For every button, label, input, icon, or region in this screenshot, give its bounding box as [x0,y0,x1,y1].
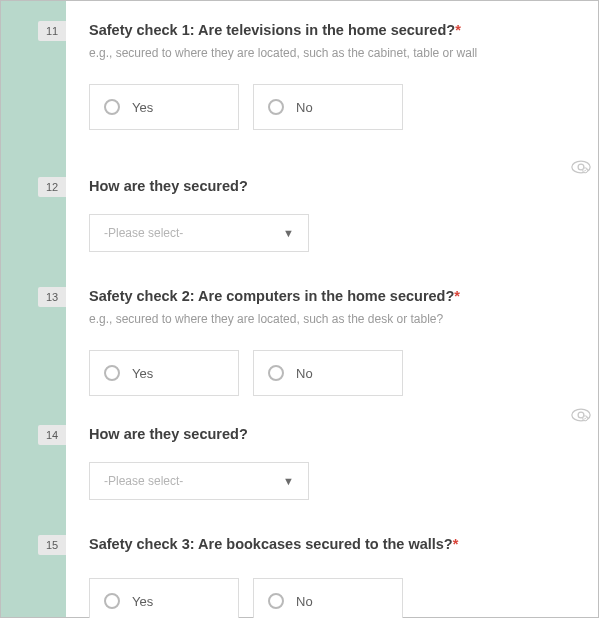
question-number-15: 15 [38,535,66,555]
radio-option-yes[interactable]: Yes [89,578,239,618]
question-block-11: Safety check 1: Are televisions in the h… [89,20,569,130]
radio-icon [104,365,120,381]
question-title-text: Safety check 2: Are computers in the hom… [89,288,454,304]
visibility-icon [571,160,591,174]
radio-label: No [296,100,313,115]
radio-label: Yes [132,594,153,609]
question-title: Safety check 2: Are computers in the hom… [89,286,569,306]
radio-icon [104,99,120,115]
question-number-11: 11 [38,21,66,41]
question-hint: e.g., secured to where they are located,… [89,312,569,326]
select-dropdown[interactable]: -Please select-▼ [89,214,309,252]
question-block-15: Safety check 3: Are bookcases secured to… [89,534,569,618]
question-block-13: Safety check 2: Are computers in the hom… [89,286,569,396]
question-title: Safety check 1: Are televisions in the h… [89,20,569,40]
question-number-13: 13 [38,287,66,307]
radio-icon [268,365,284,381]
radio-option-no[interactable]: No [253,350,403,396]
radio-option-no[interactable]: No [253,578,403,618]
radio-label: Yes [132,100,153,115]
question-number-12: 12 [38,177,66,197]
select-placeholder: -Please select- [104,226,183,240]
chevron-down-icon: ▼ [283,227,294,239]
question-hint: e.g., secured to where they are located,… [89,46,569,60]
radio-group: YesNo [89,84,569,130]
radio-option-yes[interactable]: Yes [89,350,239,396]
radio-icon [268,99,284,115]
select-dropdown[interactable]: -Please select-▼ [89,462,309,500]
radio-label: No [296,594,313,609]
radio-icon [268,593,284,609]
visibility-icon [571,408,591,422]
radio-label: No [296,366,313,381]
question-title: How are they secured? [89,424,569,444]
radio-option-yes[interactable]: Yes [89,84,239,130]
radio-option-no[interactable]: No [253,84,403,130]
required-marker: * [453,536,459,552]
question-title: Safety check 3: Are bookcases secured to… [89,534,569,554]
question-block-14: How are they secured?-Please select-▼ [89,424,569,500]
radio-label: Yes [132,366,153,381]
chevron-down-icon: ▼ [283,475,294,487]
question-number-14: 14 [38,425,66,445]
question-title-text: How are they secured? [89,426,248,442]
select-placeholder: -Please select- [104,474,183,488]
question-title-text: How are they secured? [89,178,248,194]
question-title-text: Safety check 1: Are televisions in the h… [89,22,455,38]
question-block-12: How are they secured?-Please select-▼ [89,176,569,252]
radio-group: YesNo [89,350,569,396]
radio-icon [104,593,120,609]
question-title: How are they secured? [89,176,569,196]
required-marker: * [454,288,460,304]
question-title-text: Safety check 3: Are bookcases secured to… [89,536,453,552]
required-marker: * [455,22,461,38]
radio-group: YesNo [89,578,569,618]
